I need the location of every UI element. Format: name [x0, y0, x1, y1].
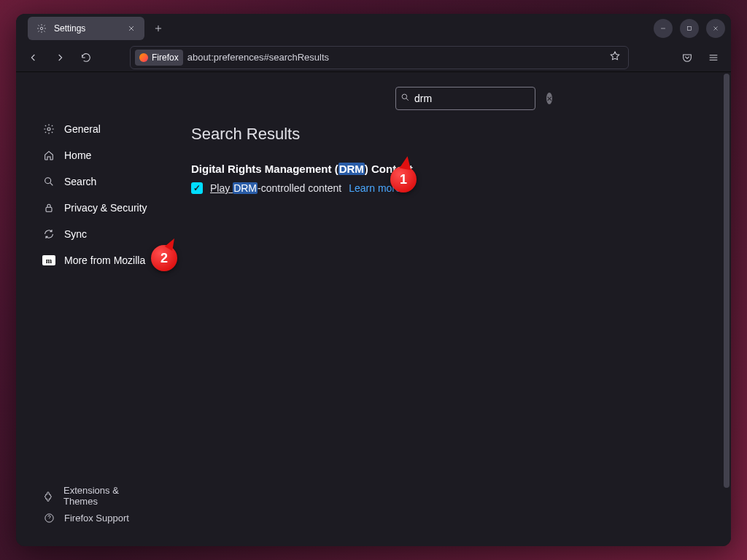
play-drm-checkbox-row: ✓ Play DRM-controlled content Learn more — [191, 182, 702, 194]
tab-bar: Settings — [16, 14, 731, 43]
bookmark-star-icon[interactable] — [606, 47, 624, 68]
preferences-search-input[interactable] — [414, 93, 542, 104]
content-area: General Home Search Privacy & Security — [16, 72, 731, 546]
sidebar-item-label: More from Mozilla — [64, 254, 145, 266]
checkbox-label-highlight: DRM — [233, 182, 258, 194]
svg-point-0 — [40, 27, 43, 30]
question-icon — [42, 511, 55, 524]
sidebar-item-label: Extensions & Themes — [63, 485, 150, 507]
sidebar-item-label: Privacy & Security — [64, 202, 147, 214]
gear-icon — [35, 22, 48, 35]
url-text: about:preferences#searchResults — [187, 52, 602, 63]
drm-section-title: Digital Rights Management (DRM) Content — [191, 163, 702, 175]
toolbar: Firefox about:preferences#searchResults — [16, 43, 731, 72]
svg-point-6 — [402, 94, 407, 99]
tab-settings[interactable]: Settings — [28, 17, 144, 40]
sidebar-item-extensions[interactable]: Extensions & Themes — [16, 485, 162, 507]
url-bar[interactable]: Firefox about:preferences#searchResults — [130, 46, 629, 69]
home-icon — [42, 149, 55, 162]
sidebar-item-label: General — [64, 123, 101, 135]
page-heading: Search Results — [191, 125, 702, 144]
lock-icon — [42, 201, 55, 214]
play-drm-label: Play DRM-controlled content — [210, 182, 341, 194]
tab-close-button[interactable] — [125, 23, 137, 34]
checkbox-label-suffix: -controlled content — [258, 182, 341, 194]
checkbox-label-prefix: Play — [210, 182, 233, 194]
gear-icon — [42, 122, 55, 136]
main-pane: ✕ Search Results Digital Rights Manageme… — [162, 72, 731, 546]
sidebar-item-label: Sync — [64, 228, 87, 240]
sidebar-item-privacy[interactable]: Privacy & Security — [16, 195, 162, 221]
search-clear-button[interactable]: ✕ — [546, 93, 552, 104]
back-button[interactable] — [22, 46, 45, 69]
new-tab-button[interactable] — [147, 18, 169, 39]
annotation-callout-2: 2 — [151, 245, 177, 271]
sidebar-item-support[interactable]: Firefox Support — [16, 507, 162, 529]
badge-text: Firefox — [152, 52, 179, 63]
sidebar-item-home[interactable]: Home — [16, 142, 162, 168]
tab-title: Settings — [54, 23, 85, 34]
mozilla-icon: m — [42, 255, 55, 265]
sidebar-item-more-mozilla[interactable]: m More from Mozilla — [16, 247, 162, 273]
search-icon — [42, 175, 55, 188]
sidebar-item-label: Firefox Support — [64, 513, 129, 524]
forward-button[interactable] — [48, 46, 71, 69]
reload-button[interactable] — [74, 46, 98, 69]
firefox-logo-icon — [139, 53, 148, 62]
section-title-highlight: DRM — [338, 163, 365, 175]
window-controls — [654, 19, 725, 38]
search-icon — [400, 92, 410, 105]
sidebar-item-label: Search — [64, 176, 96, 187]
annotation-callout-1: 1 — [390, 166, 417, 192]
play-drm-checkbox[interactable]: ✓ — [191, 182, 203, 194]
svg-point-3 — [45, 178, 51, 184]
sidebar-item-sync[interactable]: Sync — [16, 221, 162, 247]
pocket-button[interactable] — [676, 46, 699, 69]
sidebar-item-general[interactable]: General — [16, 116, 162, 142]
sidebar-item-search[interactable]: Search — [16, 168, 162, 195]
sync-icon — [42, 228, 55, 241]
sidebar-item-label: Home — [64, 149, 91, 161]
svg-rect-1 — [688, 27, 692, 31]
section-title-prefix: Digital Rights Management ( — [191, 163, 338, 175]
settings-sidebar: General Home Search Privacy & Security — [16, 72, 162, 546]
app-menu-button[interactable] — [702, 46, 725, 69]
puzzle-icon — [42, 489, 55, 502]
minimize-button[interactable] — [654, 19, 673, 38]
firefox-badge: Firefox — [135, 50, 183, 66]
preferences-search-box[interactable]: ✕ — [395, 87, 535, 110]
maximize-button[interactable] — [680, 19, 699, 38]
svg-point-2 — [47, 128, 50, 131]
svg-rect-4 — [46, 207, 52, 211]
browser-window: Settings — [16, 14, 731, 546]
sidebar-footer: Extensions & Themes Firefox Support — [16, 485, 162, 546]
close-window-button[interactable] — [706, 19, 725, 38]
